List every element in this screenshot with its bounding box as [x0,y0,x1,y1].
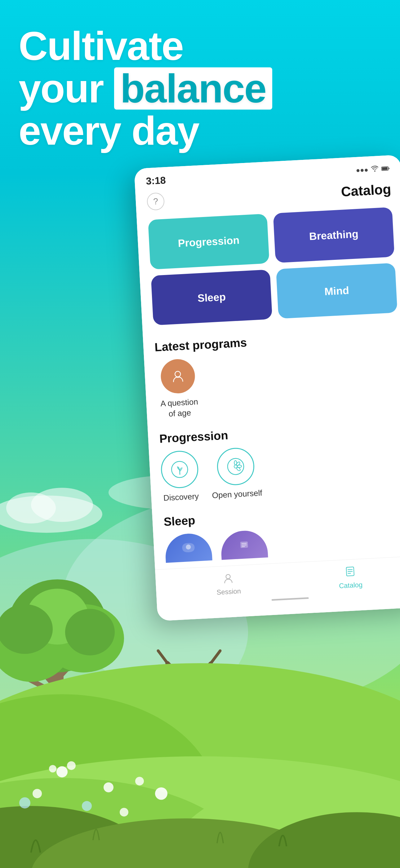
battery-icon [381,164,390,173]
status-time: 3:18 [146,175,166,187]
category-grid: Progression Breathing Sleep Mind [137,203,400,335]
sleep-item-2[interactable] [220,529,268,560]
question-icon: ? [153,196,158,207]
svg-point-37 [135,777,144,785]
svg-rect-44 [382,167,388,170]
sleep-item-1[interactable] [164,532,212,563]
svg-line-61 [347,571,353,571]
app-title: Catalog [341,181,392,199]
nav-label-session: Session [216,587,241,596]
hero-balance: balance [114,67,272,110]
svg-point-38 [155,787,167,800]
progression-circle-open-yourself [216,447,255,486]
progression-item-discovery[interactable]: Discovery [160,450,200,503]
program-name-age: A question of age [157,397,202,420]
svg-line-55 [241,543,246,544]
signal-icon: ●●● [356,166,368,175]
program-icon-age [160,358,196,394]
category-label-mind: Mind [324,284,349,298]
category-card-mind[interactable]: Mind [276,263,398,319]
svg-point-39 [33,789,42,798]
progression-name-discovery: Discovery [163,491,199,503]
wifi-icon [371,165,379,174]
svg-point-40 [19,797,30,808]
programs-row: A question of age [144,347,400,427]
svg-line-56 [241,545,246,545]
app-mockup: 3:18 ●●● ? Catalog Progression [134,155,400,621]
svg-point-16 [65,609,115,655]
status-icons: ●●● [356,164,390,175]
catalog-icon [344,566,356,580]
svg-point-35 [49,765,57,772]
svg-point-42 [120,808,128,816]
progression-item-open-yourself[interactable]: Open yourself [210,446,262,500]
nav-item-catalog[interactable]: Catalog [338,565,363,590]
category-card-progression[interactable]: Progression [148,214,269,270]
svg-point-41 [82,801,92,811]
category-label-sleep: Sleep [197,290,226,304]
category-card-breathing[interactable]: Breathing [273,207,395,263]
hero-line3: every day [19,108,199,153]
program-item-age[interactable]: A question of age [155,358,202,420]
svg-point-34 [67,761,76,770]
svg-line-62 [347,573,351,574]
svg-point-45 [175,371,181,377]
progression-name-open-yourself: Open yourself [212,488,262,500]
help-button[interactable]: ? [147,192,165,211]
progression-circle-discovery [160,450,199,489]
hero-line2: your [19,66,104,111]
svg-point-36 [104,782,113,792]
category-label-breathing: Breathing [309,227,359,242]
svg-point-58 [226,574,230,579]
hero-line1: Cultivate [19,23,183,69]
category-card-sleep[interactable]: Sleep [151,270,272,326]
svg-line-60 [347,569,353,570]
session-icon [222,572,234,586]
nav-item-session[interactable]: Session [215,571,241,596]
svg-point-4 [6,492,56,523]
category-label-progression: Progression [178,234,240,249]
hero-text: Cultivate your balance every day [19,25,272,152]
nav-label-catalog: Catalog [339,581,363,590]
svg-point-33 [57,766,68,777]
